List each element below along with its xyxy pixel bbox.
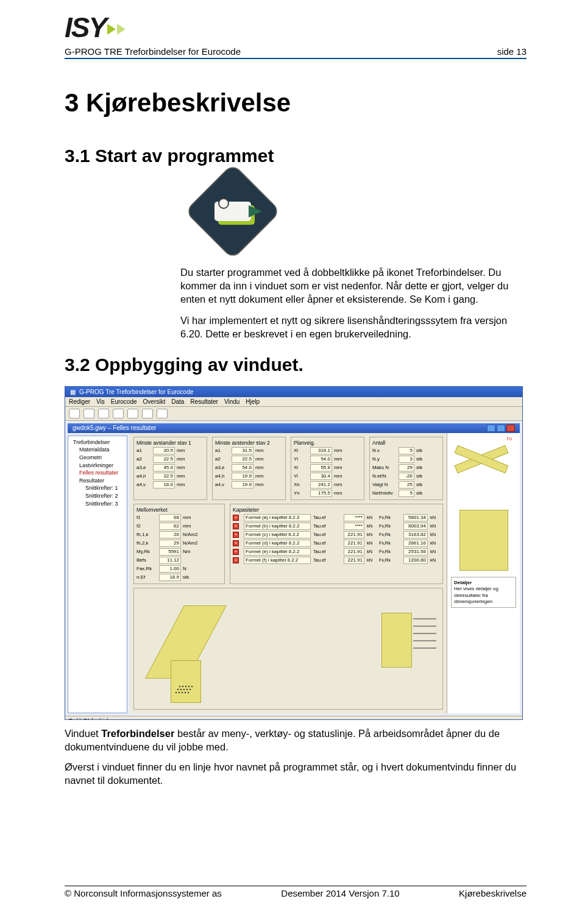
menu-item[interactable]: Hjelp	[246, 398, 260, 405]
field-value: 2861.16	[403, 540, 428, 547]
field-value[interactable]: 18.0	[153, 481, 175, 488]
menu-item[interactable]: Vindu	[224, 398, 239, 405]
field-value[interactable]: 11.12	[159, 557, 181, 564]
logo-arrow-icon	[107, 24, 116, 35]
field-unit: mm	[177, 473, 188, 479]
minimize-icon[interactable]	[487, 425, 495, 432]
toolbar-button[interactable]	[142, 409, 153, 418]
chapter-heading: 3 Kjørebeskrivelse	[65, 88, 526, 118]
menu-item[interactable]: Rediger	[69, 398, 90, 405]
panel-antall: Antall N.x5stkN.y3stkMaks N29stkN.ef/N-2…	[369, 437, 443, 500]
field-value[interactable]: 45.0	[153, 464, 175, 471]
tree-node-active[interactable]: Felles resultater	[71, 469, 124, 477]
toolbar-button[interactable]	[98, 409, 109, 418]
field-value[interactable]: 19.9	[232, 481, 254, 488]
field-value[interactable]: 5	[399, 490, 414, 497]
svg-point-3	[185, 692, 186, 693]
field-value[interactable]: 29	[159, 540, 181, 547]
menu-item[interactable]: Vis	[96, 398, 105, 405]
tree-sidebar[interactable]: Treforbindelser Materialdata Geometri La…	[68, 436, 127, 713]
formula-name: Formel (a) i kapittel 8.2.2	[244, 514, 311, 521]
field-label: Fv,Rk	[379, 540, 401, 546]
field-value[interactable]: 29	[399, 464, 414, 471]
field-unit: mm	[255, 473, 266, 479]
field-unit: mm	[177, 465, 188, 470]
sec-3-2-paragraph-2: Øverst i vinduet finner du en linje hvor…	[65, 761, 526, 788]
cross-preview: Fd	[451, 437, 512, 485]
window-titlebar: ▦ G-PROG Tre Treforbindelser for Eurocod…	[65, 387, 522, 397]
field-value[interactable]: 318.1	[310, 447, 332, 454]
tree-node[interactable]: Geometri	[71, 454, 124, 462]
field-value[interactable]: 62	[159, 523, 181, 530]
app-screenshot: ▦ G-PROG Tre Treforbindelser for Eurocod…	[65, 386, 523, 720]
expand-icon[interactable]: +	[233, 540, 239, 546]
toolbar-button[interactable]	[113, 409, 124, 418]
expand-icon[interactable]: +	[233, 557, 239, 563]
sec-3-2-body: Vinduet Treforbindelser består av meny-,…	[65, 727, 526, 788]
menu-bar[interactable]: Rediger Vis Eurocode Oversikt Data Resul…	[65, 397, 522, 407]
field-value[interactable]: -26	[399, 473, 414, 480]
expand-icon[interactable]: +	[233, 532, 239, 538]
field-unit: mm	[177, 456, 188, 462]
tree-leaf[interactable]: Snittkrefter: 3	[71, 500, 124, 508]
field-value[interactable]: 19.9	[232, 473, 254, 480]
field-value[interactable]: 20.5	[153, 447, 175, 454]
panel-title: Kapasiteter	[233, 507, 440, 513]
wood-section-icon	[381, 613, 412, 668]
tree-leaf[interactable]: Snittkrefter: 2	[71, 492, 124, 500]
toolbar-button[interactable]	[157, 409, 168, 418]
toolbar-button[interactable]	[69, 409, 80, 418]
expand-icon[interactable]: +	[233, 523, 239, 529]
menu-item[interactable]: Eurocode	[111, 398, 137, 405]
footer-left: © Norconsult Informasjonssystemer as	[65, 888, 222, 898]
toolbar-button[interactable]	[127, 409, 138, 418]
field-value[interactable]: 22.5	[153, 473, 175, 480]
close-icon[interactable]	[506, 425, 515, 432]
field-value[interactable]: 54.0	[232, 464, 254, 471]
field-value[interactable]: 3	[399, 456, 414, 463]
field-value[interactable]: 25	[399, 481, 414, 488]
field-value[interactable]: 55.8	[310, 464, 332, 471]
toolbar-button[interactable]	[83, 409, 94, 418]
field-unit: N	[183, 566, 204, 571]
maximize-icon[interactable]	[497, 425, 505, 432]
menu-item[interactable]: Oversikt	[143, 398, 166, 405]
tree-node[interactable]: Resultater	[71, 477, 124, 485]
menu-item[interactable]: Resultater	[190, 398, 218, 405]
footer-mid: Desember 2014 Versjon 7.10	[281, 888, 399, 898]
field-value[interactable]: 175.5	[310, 490, 332, 497]
field-unit: kN	[367, 549, 377, 554]
field-value[interactable]: 22.5	[153, 456, 175, 463]
tree-leaf[interactable]: Snittkrefter: 1	[71, 484, 124, 492]
formula-name: Formel (c) i kapittel 8.2.2	[244, 531, 311, 538]
field-value[interactable]: 5591	[159, 548, 181, 555]
tree-node[interactable]: Lastvirkninger	[71, 462, 124, 470]
right-preview-panel: Fd Detaljer Her vises detaljer og delres…	[447, 433, 520, 713]
field-value[interactable]: 26	[159, 531, 181, 538]
field-label: Fv,Rk	[379, 532, 401, 537]
field-value[interactable]: 54.0	[310, 456, 332, 463]
field-value[interactable]: 1.00	[159, 565, 181, 573]
field-label: Yl	[294, 456, 308, 462]
field-value[interactable]: 31.5	[232, 447, 254, 454]
section-3-1-heading: 3.1 Start av programmet	[65, 146, 526, 166]
field-unit: kN	[430, 549, 440, 554]
tree-node[interactable]: Materialdata	[71, 446, 124, 454]
tree-root[interactable]: Treforbindelser	[71, 439, 124, 446]
field-value[interactable]: 30.4	[310, 473, 332, 480]
field-value[interactable]: 241.2	[310, 481, 332, 488]
field-unit: kN	[430, 557, 440, 563]
field-value[interactable]: 18.9	[159, 574, 181, 581]
field-label: Xl	[294, 448, 308, 453]
field-label: N.x	[372, 448, 397, 453]
expand-icon[interactable]: +	[233, 515, 239, 521]
expand-icon[interactable]: +	[233, 549, 239, 555]
menu-item[interactable]: Data	[171, 398, 184, 405]
field-value[interactable]: 68	[159, 514, 181, 521]
logo-arrow-light-icon	[117, 24, 126, 35]
field-value[interactable]: 5	[399, 447, 414, 454]
field-label: Valgt N	[372, 482, 397, 487]
field-label: Tau.ef	[313, 515, 341, 520]
svg-point-0	[176, 692, 177, 693]
field-value[interactable]: 22.5	[232, 456, 254, 463]
